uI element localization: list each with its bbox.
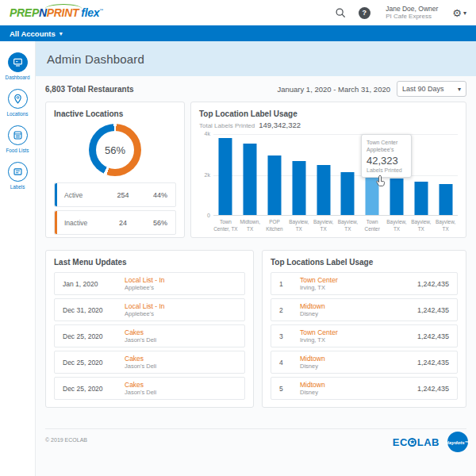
page-title: Admin Dashboard (47, 52, 144, 66)
help-icon[interactable]: ? (357, 6, 371, 20)
legend-row-inactive: Inactive2456% (54, 210, 176, 235)
plot-area (213, 134, 458, 216)
bar-slot (286, 135, 311, 215)
bar[interactable] (341, 172, 355, 215)
locations-icon (8, 89, 28, 109)
bar-slot (213, 135, 238, 215)
location-rank: 3 (279, 332, 300, 340)
menu-org: Jason's Deli (125, 363, 156, 370)
menu-org: Jason's Deli (125, 389, 156, 396)
update-date: Dec 25, 2020 (63, 332, 125, 340)
menu-link[interactable]: Local List - In (125, 302, 165, 311)
bar[interactable] (414, 182, 428, 215)
location-link[interactable]: Midtown (300, 302, 325, 311)
sidebar-item-dashboard[interactable]: Dashboard (6, 52, 30, 80)
food-lists-icon (8, 125, 28, 145)
menu-link[interactable]: Cakes (125, 355, 156, 363)
top-location-row: 5MidtownDisney1,242,435 (271, 377, 458, 400)
menu-org: Applebee's (125, 310, 165, 317)
location-city: Disney (300, 310, 325, 317)
x-axis-tick-label: Bayview, TX (385, 216, 409, 232)
page-title-band: Admin Dashboard (36, 41, 476, 76)
total-restaurants: 6,803 Total Restaurants (45, 85, 134, 94)
bar[interactable] (292, 161, 305, 215)
menu-updates-list: Jan 1, 2020Local List - InApplebee'sDec … (54, 272, 245, 400)
top-location-row: 2MidtownDisney1,242,435 (271, 298, 458, 321)
top-location-row: 3Town CenterIrving, TX1,242,435 (271, 324, 458, 347)
y-axis-tick-label: 0 (207, 213, 210, 218)
update-date: Dec 25, 2020 (63, 359, 125, 367)
top-location-row: 1Town CenterIrving, TX1,242,435 (271, 272, 458, 295)
sidebar-item-labels[interactable]: Labels (8, 162, 28, 190)
bar[interactable] (390, 178, 403, 215)
logo-print: PRINT (47, 6, 79, 19)
inactive-locations-card: Inactive Locations 56% Active25444%Inact… (45, 102, 185, 238)
user-menu[interactable]: Jane Doe, Owner PI Cafe Express (381, 5, 443, 21)
prepnprint-flex-logo: PREPNPRINTflex™ (10, 6, 103, 19)
top-locations-card: Top Locations Label Usage 1Town CenterIr… (262, 250, 466, 408)
tooltip-value: 42,323 (367, 155, 406, 167)
header-actions: ? Jane Doe, Owner PI Cafe Express ⚙ ▾ (333, 5, 466, 21)
x-axis-tick-label: Town Center (360, 216, 385, 232)
menu-link[interactable]: Cakes (125, 381, 156, 390)
user-name: Jane Doe, Owner (386, 5, 438, 13)
tooltip-brand: Applebee's (367, 146, 406, 153)
ecolab-logo: ECLAB (393, 436, 440, 448)
location-label-count: 1,242,435 (417, 306, 449, 314)
bar[interactable] (439, 184, 452, 215)
bar-slot (433, 135, 458, 215)
user-org: PI Cafe Express (386, 13, 438, 21)
donut-center-label: 56% (89, 124, 141, 176)
labels-icon (8, 162, 28, 182)
copyright-text: © 2019 ECOLAB (45, 437, 87, 443)
legend-label: Inactive (64, 219, 104, 227)
menu-update-row: Dec 25, 2020CakesJason's Deli (54, 377, 245, 400)
menu-link[interactable]: Cakes (125, 328, 156, 337)
menu-link[interactable]: Local List - In (125, 276, 165, 285)
ecolab-o-star-icon (408, 438, 416, 447)
search-icon[interactable] (333, 6, 347, 20)
all-accounts-dropdown[interactable]: All Accounts (10, 29, 56, 38)
sidebar-nav: DashboardLocationsFood ListsLabels (0, 41, 36, 476)
location-link[interactable]: Midtown (300, 381, 325, 390)
location-link[interactable]: Town Center (300, 328, 338, 337)
period-select[interactable]: Last 90 Days ▾ (397, 81, 466, 97)
date-range-label: January 1, 2020 - March 31, 2020 (277, 85, 390, 94)
location-rank: 1 (279, 280, 300, 288)
total-labels-printed: Total Labels Printed 149,342,322 (199, 121, 458, 129)
menu-update-row: Dec 31, 2020Local List - InApplebee's (54, 298, 245, 321)
y-axis-tick-label: 2k (205, 172, 210, 178)
footer-logos: ECLAB daydots™ (393, 432, 468, 452)
sidebar-item-locations[interactable]: Locations (7, 89, 29, 117)
dashboard-icon (8, 52, 28, 72)
x-axis-tick-label: Bayview, TX (286, 216, 311, 232)
location-city: Irving, TX (300, 284, 338, 291)
chevron-down-icon: ▾ (463, 10, 466, 17)
account-bar: All Accounts ▾ (0, 25, 476, 41)
chevron-down-icon[interactable]: ▾ (60, 30, 63, 37)
donut-ring: 56% (89, 124, 141, 176)
sidebar-item-food-lists[interactable]: Food Lists (6, 125, 29, 153)
y-axis-tick-label: 4k (205, 131, 210, 136)
settings-menu[interactable]: ⚙ ▾ (452, 8, 466, 18)
bar[interactable] (317, 165, 330, 215)
sidebar-item-label: Locations (7, 111, 29, 117)
legend-label: Active (64, 191, 104, 199)
legend-count: 24 (104, 219, 142, 227)
location-label-count: 1,242,435 (417, 359, 449, 367)
legend-row-active: Active25444% (54, 182, 176, 207)
x-axis-labels: Town Center, TXMidtown, TXPOP KitchenBay… (213, 216, 458, 232)
bar[interactable] (244, 144, 257, 215)
location-link[interactable]: Midtown (300, 355, 325, 363)
bar[interactable] (219, 138, 232, 215)
location-link[interactable]: Town Center (300, 276, 338, 285)
bar-slot (263, 135, 287, 215)
bar[interactable] (267, 155, 281, 215)
menu-update-row: Dec 25, 2020CakesJason's Deli (54, 324, 245, 347)
app-root: PREPNPRINTflex™ ? Jane Doe, Owner PI Caf… (0, 0, 476, 476)
last-menu-updates-card: Last Menu Updates Jan 1, 2020Local List … (45, 250, 254, 408)
main-content: Admin Dashboard 6,803 Total Restaurants … (36, 41, 476, 476)
bar-slot (336, 135, 360, 215)
menu-org: Jason's Deli (125, 336, 156, 344)
bar-slot (311, 135, 336, 215)
